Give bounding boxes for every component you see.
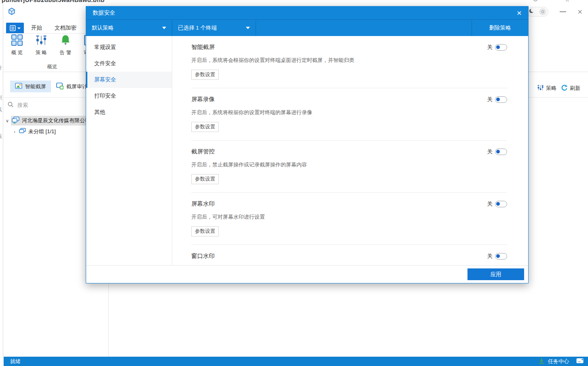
terminal-dropdown-value: 已选择 1 个终端 (178, 24, 217, 32)
param-settings-button[interactable]: 参数设置 (191, 122, 219, 132)
ribbon-button-overview[interactable]: 概 览 (5, 34, 29, 56)
download-icon (538, 357, 545, 365)
search-placeholder: 搜索 (17, 102, 28, 109)
tree-company-label: 河北瀚星辰文化传媒有限公司 (22, 117, 90, 124)
toolbar-refresh-button[interactable]: 刷新 (561, 83, 580, 94)
tree-row-company[interactable]: ∨ 河北瀚星辰文化传媒有限公司 (4, 116, 93, 126)
data-security-dialog: 数据安全 × 默认策略 已选择 1 个终端 删除策略 常规设置 文件安全 屏幕安… (86, 6, 529, 283)
toggle-state-label: 关 (487, 96, 493, 103)
chevron-expanded-icon[interactable]: ∨ (4, 118, 11, 123)
section-title: 屏幕水印 (191, 200, 215, 208)
terminal-dropdown[interactable]: 已选择 1 个终端 (172, 20, 256, 36)
tree-ungrouped-item[interactable]: 未分组 [1/1] (18, 128, 56, 136)
edge-fragment: 核 (0, 133, 2, 140)
policy-dropdown[interactable]: 默认策略 (86, 20, 172, 36)
alert-bell-icon (59, 34, 72, 47)
toggle-state-label: 关 (487, 200, 493, 208)
clipped-star-icon: ☆ (565, 0, 570, 3)
toggle-state-label: 关 (487, 44, 493, 51)
section-title: 截屏管控 (191, 148, 215, 155)
toggle-switch[interactable] (495, 96, 507, 103)
dialog-footer: 应用 (86, 265, 528, 283)
dialog-close-button[interactable]: × (517, 9, 522, 17)
chevron-down-icon (17, 28, 21, 29)
section-smart-screenshot: 智能截屏 关 开启后，系统将会根据你的设置对终端桌面进行定时截屏，并智能归类 参… (191, 36, 507, 88)
toolbar-refresh-label: 刷新 (570, 85, 580, 92)
section-description: 开启后，可对屏幕水印进行设置 (191, 213, 507, 221)
task-center-button[interactable]: 任务中心 (548, 358, 569, 365)
refresh-icon (561, 84, 568, 92)
toggle-switch[interactable] (495, 44, 507, 51)
smart-screenshot-icon (15, 82, 22, 91)
organization-icon (12, 117, 19, 125)
ribbon-button-label: 策 略 (30, 49, 53, 56)
clipped-address-text: punderjUFsb2dbbl5waHBawd.bnb (2, 0, 105, 3)
param-settings-button[interactable]: 参数设置 (191, 70, 219, 80)
section-title: 屏幕录像 (191, 96, 215, 103)
view-button-smart-screenshot[interactable]: 智能截屏 (10, 81, 51, 92)
section-screenshot-control: 截屏管控 关 开启后，禁止截屏操作或记录截屏操作的屏幕内容 参数设置 (191, 140, 507, 193)
edge-fragment: 分 (0, 64, 2, 71)
ribbon-button-label: 概 览 (5, 49, 29, 56)
app-logo-icon (8, 7, 16, 17)
section-description: 开启后，系统将会根据你的设置对终端桌面进行定时截屏，并智能归类 (191, 57, 507, 64)
param-settings-button[interactable]: 参数设置 (191, 226, 219, 236)
status-bar: 就绪 任务中心 (4, 357, 588, 366)
section-title: 窗口水印 (191, 252, 215, 260)
sidebar-item-other[interactable]: 其他 (86, 104, 172, 120)
screenshot-audit-icon (56, 82, 63, 91)
view-button-label: 截屏审计 (66, 83, 87, 90)
screen: punderjUFsb2dbbl5waHBawd.bnb ☆ 分 刷 残 核 ×… (0, 0, 588, 366)
ribbon-button-alert[interactable]: 告 警 (54, 34, 77, 56)
toggle-state-label: 关 (487, 148, 493, 155)
section-title: 智能截屏 (191, 43, 215, 51)
search-icon (7, 101, 14, 109)
chevron-down-icon (246, 27, 250, 29)
sun-icon[interactable] (539, 8, 546, 15)
apply-button[interactable]: 应用 (467, 268, 524, 280)
delete-policy-button[interactable]: 删除策略 (472, 20, 528, 36)
moon-icon[interactable] (529, 8, 535, 16)
policy-dropdown-value: 默认策略 (92, 24, 114, 32)
view-button-label: 智能截屏 (25, 83, 46, 90)
tree-ungrouped-label: 未分组 [1/1] (28, 128, 56, 135)
tab-start[interactable]: 开始 (31, 24, 42, 32)
minimize-button[interactable] (560, 11, 566, 12)
theme-toggle[interactable] (527, 7, 548, 17)
window-close-button[interactable]: × (577, 9, 582, 15)
ribbon-button-label: 告 警 (54, 49, 77, 56)
section-window-watermark: 窗口水印 关 开启后，可对窗口水印进行设置 参数设置 (191, 245, 507, 265)
policy-sliders-icon (35, 34, 47, 47)
toolbar-policy-button[interactable]: 策略 (537, 83, 556, 94)
policy-sliders-icon (537, 84, 544, 92)
toggle-switch[interactable] (495, 149, 507, 155)
message-icon[interactable] (576, 358, 584, 365)
dialog-title-bar: 数据安全 × (86, 6, 528, 20)
tree-company-selected[interactable]: 河北瀚星辰文化传媒有限公司 (11, 116, 93, 126)
sidebar-item-print-security[interactable]: 打印安全 (86, 88, 172, 104)
sidebar-item-file-security[interactable]: 文件安全 (86, 55, 172, 72)
sidebar-item-general[interactable]: 常规设置 (86, 39, 172, 55)
app-menu-button[interactable] (6, 23, 24, 34)
overview-grid-icon (11, 34, 23, 47)
header-spacer (256, 20, 472, 36)
toggle-switch[interactable] (495, 253, 507, 260)
list-icon (9, 25, 16, 32)
clipped-browser-icon (533, 0, 538, 1)
toggle-state-label: 关 (487, 253, 493, 260)
tree-row-ungrouped[interactable]: › 未分组 [1/1] (4, 127, 56, 136)
tab-document-encrypt[interactable]: 文档加密 (55, 24, 76, 32)
section-description: 开启后，禁止截屏操作或记录截屏操作的屏幕内容 (191, 161, 507, 168)
group-monitor-icon (19, 128, 26, 136)
toolbar-policy-label: 策略 (546, 85, 556, 92)
edge-fragment: 残 (0, 106, 2, 113)
chevron-collapsed-icon[interactable]: › (11, 129, 18, 134)
dialog-content: 智能截屏 关 开启后，系统将会根据你的设置对终端桌面进行定时截屏，并智能归类 参… (172, 36, 528, 265)
sidebar-item-screen-security[interactable]: 屏幕安全 (86, 72, 172, 88)
section-screen-watermark: 屏幕水印 关 开启后，可对屏幕水印进行设置 参数设置 (191, 193, 507, 245)
param-settings-button[interactable]: 参数设置 (191, 174, 219, 184)
toggle-switch[interactable] (495, 201, 507, 207)
dialog-sidebar: 常规设置 文件安全 屏幕安全 打印安全 其他 (86, 36, 172, 265)
ribbon-button-policy[interactable]: 策 略 (30, 34, 53, 56)
edge-fragment: 刷 (0, 94, 2, 101)
